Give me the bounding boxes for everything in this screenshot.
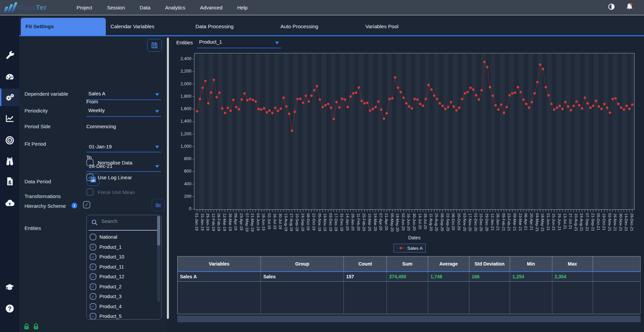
data-point[interactable] xyxy=(238,108,240,110)
save-button[interactable] xyxy=(147,39,162,52)
entity-checkbox[interactable]: ✓ xyxy=(90,293,96,300)
data-point[interactable] xyxy=(302,101,304,104)
data-point[interactable] xyxy=(308,100,310,103)
data-point[interactable] xyxy=(385,112,388,114)
data-point[interactable] xyxy=(631,103,633,106)
column-header-average[interactable]: Average xyxy=(428,256,469,272)
data-point[interactable] xyxy=(341,98,343,100)
data-point[interactable] xyxy=(249,98,251,100)
data-point[interactable] xyxy=(553,108,555,111)
data-point[interactable] xyxy=(425,98,427,100)
data-point[interactable] xyxy=(483,61,486,63)
data-point[interactable] xyxy=(394,76,396,79)
data-point[interactable] xyxy=(260,108,263,111)
data-point[interactable] xyxy=(617,103,619,105)
data-point[interactable] xyxy=(550,103,553,105)
data-point[interactable] xyxy=(494,104,497,106)
data-point[interactable] xyxy=(305,95,307,97)
entity-checkbox[interactable]: ✓ xyxy=(90,313,96,320)
chart-line-icon[interactable] xyxy=(0,110,19,127)
menu-data[interactable]: Data xyxy=(140,5,150,10)
data-point[interactable] xyxy=(204,80,206,82)
data-point[interactable] xyxy=(500,103,502,106)
menu-session[interactable]: Session xyxy=(107,5,125,10)
data-point[interactable] xyxy=(291,130,293,132)
data-point[interactable] xyxy=(506,106,508,108)
data-point[interactable] xyxy=(503,111,505,114)
menu-project[interactable]: Project xyxy=(77,5,92,10)
checkbox[interactable]: ✓ xyxy=(86,159,94,166)
data-point[interactable] xyxy=(433,94,435,97)
data-point[interactable] xyxy=(277,110,279,112)
data-point[interactable] xyxy=(213,79,215,81)
data-point[interactable] xyxy=(464,92,466,95)
data-point[interactable] xyxy=(478,98,480,101)
entity-item-product-3[interactable]: ✓Product_3 xyxy=(90,292,122,301)
panel-scrollbar[interactable] xyxy=(167,38,169,319)
tab-variables-pool[interactable]: Variables Pool xyxy=(361,18,446,35)
data-point[interactable] xyxy=(595,100,597,102)
data-point[interactable] xyxy=(352,92,355,95)
entity-checkbox[interactable]: ✓ xyxy=(90,253,96,260)
data-point[interactable] xyxy=(545,86,547,88)
table-horizontal-scrollbar[interactable] xyxy=(177,316,641,322)
data-point[interactable] xyxy=(542,68,544,70)
data-point[interactable] xyxy=(349,95,352,98)
data-point[interactable] xyxy=(458,106,460,109)
gauge-icon[interactable] xyxy=(0,68,19,86)
data-point[interactable] xyxy=(572,105,575,107)
data-point[interactable] xyxy=(333,118,335,120)
data-point[interactable] xyxy=(263,107,265,109)
data-point[interactable] xyxy=(475,94,477,96)
data-point[interactable] xyxy=(539,63,541,66)
data-point[interactable] xyxy=(480,89,483,91)
data-point[interactable] xyxy=(324,104,327,106)
data-point[interactable] xyxy=(288,113,290,115)
data-point[interactable] xyxy=(427,84,430,86)
data-point[interactable] xyxy=(628,108,631,110)
contrast-icon[interactable] xyxy=(607,2,616,12)
data-point[interactable] xyxy=(626,105,628,107)
data-point[interactable] xyxy=(575,100,578,103)
data-point[interactable] xyxy=(592,105,594,107)
data-point[interactable] xyxy=(310,94,313,97)
data-point[interactable] xyxy=(313,89,315,91)
entity-item-product-1[interactable]: ✓Product_1 xyxy=(90,243,122,251)
column-header-variables[interactable]: Variables xyxy=(178,256,261,272)
entity-checkbox[interactable]: ✓ xyxy=(90,273,96,280)
data-point[interactable] xyxy=(377,100,379,103)
entity-item-product-10[interactable]: ✓Product_10 xyxy=(90,252,124,261)
data-point[interactable] xyxy=(369,109,371,112)
sales-chart-plot[interactable] xyxy=(194,53,635,210)
data-point[interactable] xyxy=(570,109,572,111)
menu-analytics[interactable]: Analytics xyxy=(165,5,185,10)
entity-item-product-5[interactable]: ✓Product_5 xyxy=(90,312,122,320)
data-point[interactable] xyxy=(366,101,368,104)
data-point[interactable] xyxy=(522,98,524,101)
data-point[interactable] xyxy=(207,102,210,104)
data-point[interactable] xyxy=(227,107,229,109)
data-point[interactable] xyxy=(268,109,271,112)
data-point[interactable] xyxy=(609,111,611,114)
checkbox[interactable]: ✓ xyxy=(86,174,94,181)
entity-checkbox[interactable]: ✓ xyxy=(90,234,96,240)
data-point[interactable] xyxy=(408,105,410,108)
wrench-icon[interactable] xyxy=(0,47,19,64)
periodicity-select[interactable]: Weekly xyxy=(86,107,161,117)
data-point[interactable] xyxy=(358,86,360,89)
data-point[interactable] xyxy=(422,105,424,107)
data-point[interactable] xyxy=(536,81,539,83)
data-point[interactable] xyxy=(296,98,299,100)
data-point[interactable] xyxy=(285,105,287,107)
data-point[interactable] xyxy=(584,97,586,99)
menu-advanced[interactable]: Advanced xyxy=(200,5,223,10)
gears-icon[interactable] xyxy=(0,89,19,106)
data-point[interactable] xyxy=(400,91,402,93)
report-icon[interactable] xyxy=(0,173,19,190)
data-point[interactable] xyxy=(450,101,452,103)
data-point[interactable] xyxy=(397,87,399,89)
graduation-cap-icon[interactable] xyxy=(0,279,19,296)
data-point[interactable] xyxy=(534,92,536,95)
data-point[interactable] xyxy=(199,98,201,100)
data-point[interactable] xyxy=(581,107,583,109)
